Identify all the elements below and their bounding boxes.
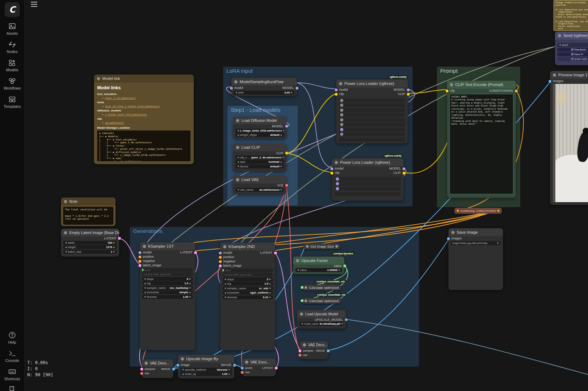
stepper-right-icon[interactable]: ▶ (113, 241, 115, 244)
node-clip-text-encode[interactable]: CLIP Text Encode (Prompt) clipCONDITIONI… (447, 81, 516, 198)
sidebar-item-shortcuts[interactable]: Shortcuts (4, 368, 20, 381)
stepper-right-icon[interactable]: ▶ (229, 368, 230, 371)
collapse-dot-icon[interactable] (335, 161, 338, 164)
node-empty-latent-image[interactable]: Empty Latent Image (Base Dimens... LATEN… (61, 229, 119, 257)
stepper-right-icon[interactable]: ▶ (189, 295, 191, 298)
node-header[interactable]: VAE Deco... (300, 341, 328, 348)
node-upscale-factor[interactable]: Upscale Factor value ◀value2.00000▶ (293, 257, 344, 274)
scheduler-widget[interactable]: ◀schedulersgm_uniform▶ (222, 291, 273, 295)
new-fixed-seed-button[interactable]: ⚄New Fi (557, 52, 588, 56)
seed-widget[interactable]: seed (222, 268, 273, 272)
stepper-left-icon[interactable]: ◀ (182, 368, 184, 371)
lora-toggle-row[interactable] (335, 182, 401, 186)
stepper-right-icon[interactable]: ▶ (281, 165, 282, 168)
node-ksampler-1st[interactable]: KSampler 1ST modelLATENT positive negati… (140, 242, 195, 350)
node-header[interactable]: Power Lora Loader (rgthree) (332, 158, 404, 166)
input-slot-latent-image[interactable] (219, 264, 222, 267)
stepper-right-icon[interactable]: ▶ (189, 282, 191, 285)
input-slot-vae[interactable] (140, 372, 143, 375)
node-note[interactable]: Note The final resolution will be base *… (61, 197, 116, 226)
model-download-link[interactable]: pixel_art_style_z_image_turbo.safetensor… (105, 105, 160, 108)
prompt-textarea[interactable]: SUZUKI_NAMI, A stunning young woman with… (450, 94, 513, 194)
stepper-left-icon[interactable]: ◀ (559, 43, 561, 46)
sidebar-item-workflows[interactable]: Workflows (4, 77, 21, 90)
sidebar-item-templates[interactable]: Templates (4, 95, 21, 109)
collapse-dot-icon[interactable] (339, 82, 342, 85)
node-header[interactable]: Seed (rgthree) (555, 32, 588, 39)
node-load-upscale-model[interactable]: Load Upscale Model UPSCALE_MODEL ◀model_… (297, 310, 346, 329)
lora-toggle-row[interactable] (339, 113, 405, 117)
input-slot-latent-image[interactable] (138, 264, 141, 267)
input-slot-clip[interactable] (335, 93, 338, 96)
collapse-dot-icon[interactable] (64, 231, 67, 234)
collapse-dot-icon[interactable] (143, 245, 146, 248)
input-slot-image[interactable] (177, 364, 179, 367)
node-header[interactable]: Load Upscale Model (297, 310, 346, 318)
use-last-seed-button[interactable]: ♻(Use Last (557, 57, 588, 61)
stepper-right-icon[interactable]: ▶ (189, 286, 191, 289)
lora-toggle-row[interactable] (339, 132, 405, 136)
type-widget[interactable]: ◀typelumina2▶ (235, 160, 284, 164)
node-header[interactable]: Power Lora Loader (rgthree) (336, 80, 408, 87)
stepper-right-icon[interactable]: ▶ (339, 268, 340, 271)
stepper-left-icon[interactable]: ◀ (237, 188, 239, 191)
output-slot-clip[interactable] (403, 172, 405, 175)
model-download-link[interactable]: qwen_3_4b.safetensors (105, 96, 136, 100)
input-slot-images[interactable] (549, 80, 551, 83)
input-slot-conditioning[interactable] (457, 210, 459, 212)
lora-toggle-row[interactable] (339, 123, 405, 127)
output-slot-image[interactable] (233, 364, 236, 367)
output-slot-clip[interactable] (407, 93, 410, 96)
sampler-name-widget[interactable]: ◀sampler_nameres_multistep▶ (142, 286, 193, 290)
output-slot-model[interactable] (285, 125, 288, 128)
input-slot-model[interactable] (138, 251, 141, 254)
node-modelsampling-auraflow[interactable]: ModelSamplingAuraFlow modelMODEL ◀shift3… (231, 78, 297, 96)
stepper-left-icon[interactable]: ◀ (237, 161, 239, 163)
lora-toggle-row[interactable] (339, 103, 405, 107)
node-model-link[interactable]: Model link Model links text_encoders •qw… (94, 75, 194, 164)
output-slot-conditioning[interactable] (515, 90, 518, 92)
input-slot-negative[interactable] (219, 260, 222, 263)
cfg-widget[interactable]: ◀cfg1.0▶ (142, 281, 193, 285)
input-slot-clip[interactable] (330, 172, 333, 175)
output-slot-vae[interactable] (285, 184, 288, 187)
input-slot-model[interactable] (219, 252, 222, 254)
model-download-link[interactable]: z_image_turbo_bf16.safetensors (105, 113, 147, 116)
output-slot-latent[interactable] (118, 237, 121, 240)
node-vae-decode-2nd[interactable]: VAE Deco... samplesIMAGE vae (300, 341, 328, 359)
seed-widget[interactable]: ◀seed (557, 43, 588, 47)
node-load-clip[interactable]: Load CLIP CLIP ◀clip_n ...qwen_3_4b.safe… (233, 143, 286, 171)
stepper-right-icon[interactable]: ▶ (269, 291, 271, 294)
output-slot-model[interactable] (296, 87, 298, 90)
collapse-dot-icon[interactable] (145, 362, 148, 365)
output-slot-latent[interactable] (274, 252, 277, 254)
stepper-right-icon[interactable]: ▶ (113, 246, 115, 249)
collapse-dot-icon[interactable] (296, 259, 299, 262)
sidebar-item-assets[interactable]: Assets (6, 22, 18, 35)
node-conditioning-pass[interactable]: conditioning CONDITIONING (455, 208, 502, 214)
toggle-icon[interactable] (340, 109, 343, 112)
input-slot-seed[interactable] (142, 268, 144, 271)
output-slot-conditioning[interactable] (497, 210, 499, 212)
comfyui-logo[interactable]: C (5, 2, 20, 17)
stepper-right-icon[interactable]: ▶ (189, 277, 191, 280)
node-load-vae[interactable]: Load VAE VAE ◀vae_nameae.safetensors▶ (233, 176, 286, 194)
stepper-left-icon[interactable]: ◀ (297, 268, 299, 271)
input-slot-samples[interactable] (140, 368, 143, 371)
output-slot-upscale-model[interactable] (345, 318, 348, 321)
group-title[interactable]: LoRA input (226, 68, 253, 74)
preview-image[interactable] (553, 84, 588, 202)
node-header[interactable]: Load CLIP (233, 143, 286, 151)
control-after-generate-widget[interactable]: control after generate (142, 272, 193, 276)
stepper-left-icon[interactable]: ◀ (237, 129, 239, 132)
node-header[interactable]: Model link (94, 75, 194, 82)
collapse-dot-icon[interactable] (553, 73, 556, 77)
menu-icon[interactable] (31, 2, 37, 7)
output-slot-value[interactable] (343, 264, 346, 267)
node-header[interactable]: Note (61, 197, 116, 205)
node-upscale-image-by[interactable]: Upscale Image By imageIMAGE ◀upscale_met… (178, 355, 234, 378)
input-slot-vae[interactable] (298, 354, 301, 357)
steps-widget[interactable]: ◀steps8▶ (142, 277, 193, 281)
stepper-left-icon[interactable]: ◀ (224, 287, 226, 290)
stepper-left-icon[interactable]: ◀ (65, 241, 67, 244)
